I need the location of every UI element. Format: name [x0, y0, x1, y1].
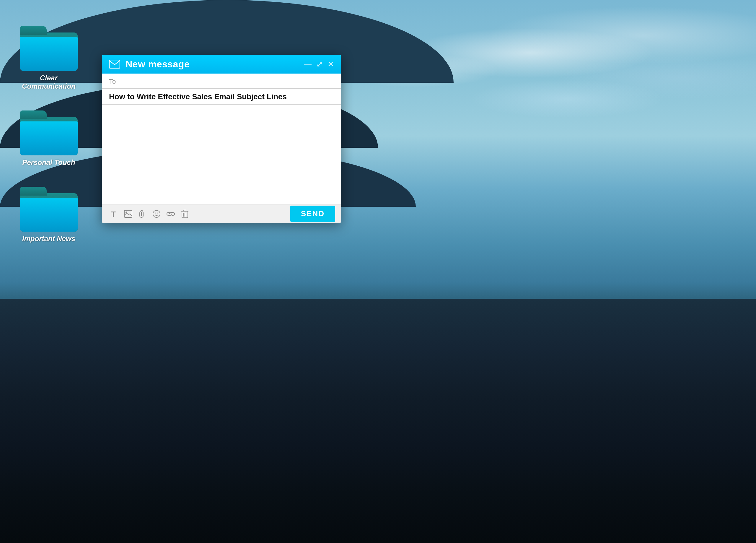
- svg-rect-10: [184, 210, 186, 211]
- to-label: To: [109, 78, 116, 85]
- desktop-icons: Clear Communication Personal Touch Impor…: [19, 24, 78, 243]
- folder-icon: [20, 24, 78, 71]
- send-button[interactable]: SEND: [290, 205, 335, 222]
- svg-text:T: T: [111, 210, 116, 218]
- text-format-icon[interactable]: T: [108, 208, 120, 220]
- close-button[interactable]: ✕: [328, 60, 334, 68]
- maximize-button[interactable]: ⤢: [316, 60, 323, 68]
- attachment-icon[interactable]: [136, 208, 149, 220]
- mail-icon: [109, 60, 120, 68]
- folder-label: Personal Touch: [22, 158, 75, 167]
- folder-important-news[interactable]: Important News: [19, 184, 78, 243]
- to-input[interactable]: [119, 78, 334, 85]
- svg-point-4: [153, 210, 160, 217]
- ground-layer: [0, 299, 756, 543]
- message-body[interactable]: [102, 105, 341, 204]
- compose-toolbar: T: [102, 204, 341, 223]
- compose-body: To How to Write Effective Sales Email Su…: [102, 74, 341, 204]
- title-bar: New message — ⤢ ✕: [102, 55, 341, 74]
- folder-icon: [20, 184, 78, 231]
- svg-rect-0: [109, 60, 120, 68]
- svg-point-6: [157, 212, 158, 213]
- to-field: To: [102, 74, 341, 89]
- svg-point-5: [155, 212, 156, 213]
- image-icon[interactable]: [122, 208, 134, 220]
- folder-icon: [20, 108, 78, 155]
- link-icon[interactable]: [164, 208, 177, 220]
- folder-label: Important News: [22, 234, 75, 243]
- subject-field: How to Write Effective Sales Email Subje…: [102, 89, 341, 105]
- folder-front: [20, 198, 78, 231]
- folder-personal-touch[interactable]: Personal Touch: [19, 108, 78, 167]
- folder-front: [20, 37, 78, 71]
- folder-clear-communication[interactable]: Clear Communication: [19, 24, 78, 90]
- delete-icon[interactable]: [179, 208, 191, 220]
- compose-window: New message — ⤢ ✕ To How to Write Effect…: [102, 55, 341, 223]
- subject-text[interactable]: How to Write Effective Sales Email Subje…: [109, 92, 334, 101]
- folder-front: [20, 121, 78, 155]
- minimize-button[interactable]: —: [304, 60, 312, 68]
- folder-label: Clear Communication: [19, 74, 78, 90]
- window-controls: — ⤢ ✕: [304, 60, 334, 68]
- emoji-icon[interactable]: [150, 208, 163, 220]
- window-title: New message: [126, 59, 299, 70]
